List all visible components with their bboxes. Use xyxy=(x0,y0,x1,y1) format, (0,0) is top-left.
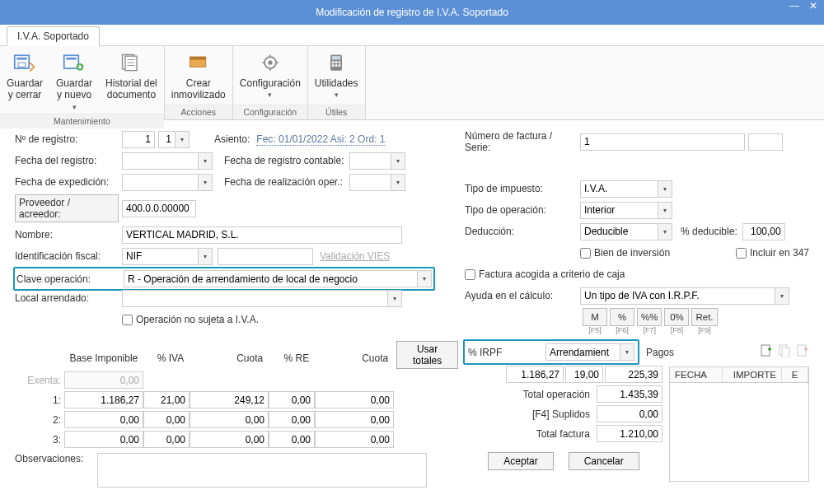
clave-operacion-field[interactable] xyxy=(124,270,417,287)
btn-0pct[interactable]: 0% xyxy=(664,308,689,326)
asiento-link[interactable]: Fec: 01/01/2022 Asi: 2 Ord: 1 xyxy=(256,133,385,146)
nombre-field[interactable] xyxy=(122,226,402,244)
utilidades-button[interactable]: Utilidades ▾ xyxy=(308,46,365,105)
fecha-realizacion-field[interactable] xyxy=(349,174,391,191)
usar-totales-button[interactable]: Usar totales xyxy=(396,341,458,369)
chevron-down-icon[interactable]: ▾ xyxy=(387,290,402,307)
irpf-base-field[interactable] xyxy=(506,366,564,383)
svg-rect-20 xyxy=(332,56,341,59)
chevron-down-icon[interactable]: ▾ xyxy=(417,270,432,287)
suplidos-field[interactable] xyxy=(597,405,662,422)
guardar-cerrar-button[interactable]: Guardar y cerrar xyxy=(0,46,49,114)
pagos-table[interactable]: FECHA IMPORTE E xyxy=(669,366,809,482)
n-registro-2-field[interactable] xyxy=(158,131,175,148)
op-no-sujeta-checkbox[interactable]: Operación no sujeta a I.V.A. xyxy=(122,314,259,325)
r1-cuota2-field[interactable] xyxy=(315,391,394,408)
btn-ret[interactable]: Ret. xyxy=(691,308,717,326)
serie-field[interactable] xyxy=(748,133,783,151)
chevron-down-icon: ▾ xyxy=(268,91,272,100)
r1-iva-field[interactable] xyxy=(143,391,190,408)
close-icon[interactable]: ✕ xyxy=(809,0,817,12)
r2-cuota-field[interactable] xyxy=(190,411,269,428)
irpf-pct-field[interactable] xyxy=(565,366,603,383)
fecha-expedicion-field[interactable] xyxy=(122,174,198,191)
svg-rect-27 xyxy=(761,345,770,356)
ayuda-calculo-field[interactable] xyxy=(580,287,775,305)
chevron-down-icon[interactable]: ▾ xyxy=(658,202,672,219)
r2-base-field[interactable] xyxy=(64,411,143,428)
r1-base-field[interactable] xyxy=(64,391,143,408)
copy-payment-icon[interactable] xyxy=(778,344,791,360)
historial-documento-button[interactable]: Historial del documento xyxy=(99,46,164,114)
n-registro-1-field[interactable] xyxy=(122,131,155,148)
label-nombre: Nombre: xyxy=(15,229,122,240)
chevron-down-icon[interactable]: ▾ xyxy=(391,174,405,191)
r3-base-field[interactable] xyxy=(64,431,143,448)
chevron-down-icon[interactable]: ▾ xyxy=(198,248,213,265)
aceptar-button[interactable]: Aceptar xyxy=(488,452,553,470)
chevron-down-icon[interactable]: ▾ xyxy=(775,287,789,305)
label-row3: 3: xyxy=(15,432,64,447)
r1-re-field[interactable] xyxy=(269,391,315,408)
svg-rect-25 xyxy=(335,64,338,67)
tab-iva-soportado[interactable]: I.V.A. Soportado xyxy=(7,26,100,46)
r2-cuota2-field[interactable] xyxy=(315,411,394,428)
col-importe: IMPORTE xyxy=(723,367,782,382)
exenta-base-field[interactable] xyxy=(64,371,143,389)
validacion-vies-link[interactable]: Validación VIES xyxy=(320,250,390,262)
id-fiscal-tipo-field[interactable] xyxy=(122,248,198,265)
irpf-cuota-field[interactable] xyxy=(605,366,662,383)
id-fiscal-num-field[interactable] xyxy=(218,248,313,265)
col-e: E xyxy=(782,367,808,382)
col-fecha: FECHA xyxy=(670,367,723,382)
r2-re-field[interactable] xyxy=(269,411,315,428)
pct-deducible-field[interactable] xyxy=(742,223,785,240)
svg-rect-26 xyxy=(339,64,341,67)
svg-rect-24 xyxy=(332,64,335,67)
chevron-down-icon[interactable]: ▾ xyxy=(175,131,190,148)
guardar-nuevo-button[interactable]: Guardar y nuevo ▾ xyxy=(49,46,99,114)
r3-re-field[interactable] xyxy=(269,431,315,448)
deduccion-field[interactable] xyxy=(580,223,658,240)
btn-m[interactable]: M xyxy=(583,308,607,326)
chevron-down-icon[interactable]: ▾ xyxy=(658,180,672,198)
prov-acreedor-button[interactable]: Proveedor / acreedor: xyxy=(15,194,119,222)
observaciones-field[interactable] xyxy=(97,453,427,488)
chevron-down-icon: ▾ xyxy=(73,103,77,112)
btn-pctpct[interactable]: %% xyxy=(637,308,662,326)
svg-point-14 xyxy=(268,60,272,64)
incluir-347-checkbox[interactable]: Incluir en 347 xyxy=(736,247,809,259)
svg-rect-2 xyxy=(18,63,26,67)
r3-cuota2-field[interactable] xyxy=(315,431,394,448)
tipo-impuesto-field[interactable] xyxy=(580,180,658,198)
chevron-down-icon[interactable]: ▾ xyxy=(620,343,634,361)
label-fecha-reg-contable: Fecha de registro contable: xyxy=(224,155,349,166)
crear-inmovilizado-button[interactable]: Crear inmovilizado xyxy=(165,46,232,105)
add-payment-icon[interactable] xyxy=(760,344,773,360)
fecha-reg-contable-field[interactable] xyxy=(349,152,391,170)
r1-cuota-field[interactable] xyxy=(190,391,269,408)
proveedor-field[interactable] xyxy=(122,200,196,217)
num-factura-field[interactable] xyxy=(580,133,745,151)
r3-iva-field[interactable] xyxy=(143,431,190,448)
chevron-down-icon[interactable]: ▾ xyxy=(198,174,213,191)
cancelar-button[interactable]: Cancelar xyxy=(569,452,639,470)
delete-payment-icon[interactable] xyxy=(796,344,809,360)
total-operacion-field[interactable] xyxy=(597,385,662,403)
minimize-icon[interactable]: — xyxy=(789,0,799,12)
label-observaciones: Observaciones: xyxy=(15,453,97,464)
tipo-operacion-field[interactable] xyxy=(580,202,658,219)
btn-pct[interactable]: % xyxy=(610,308,634,326)
fecha-registro-field[interactable] xyxy=(122,152,198,170)
factura-caja-checkbox[interactable]: Factura acogida a criterio de caja xyxy=(465,268,625,280)
chevron-down-icon[interactable]: ▾ xyxy=(658,223,672,240)
configuracion-button[interactable]: Configuración ▾ xyxy=(233,46,307,105)
chevron-down-icon[interactable]: ▾ xyxy=(391,152,405,170)
r2-iva-field[interactable] xyxy=(143,411,190,428)
irpf-tipo-field[interactable] xyxy=(545,343,620,361)
local-arrendado-field[interactable] xyxy=(122,290,387,307)
bien-inversion-checkbox[interactable]: Bien de inversión xyxy=(580,247,670,259)
r3-cuota-field[interactable] xyxy=(190,431,269,448)
chevron-down-icon[interactable]: ▾ xyxy=(198,152,213,170)
total-factura-field[interactable] xyxy=(597,425,662,442)
